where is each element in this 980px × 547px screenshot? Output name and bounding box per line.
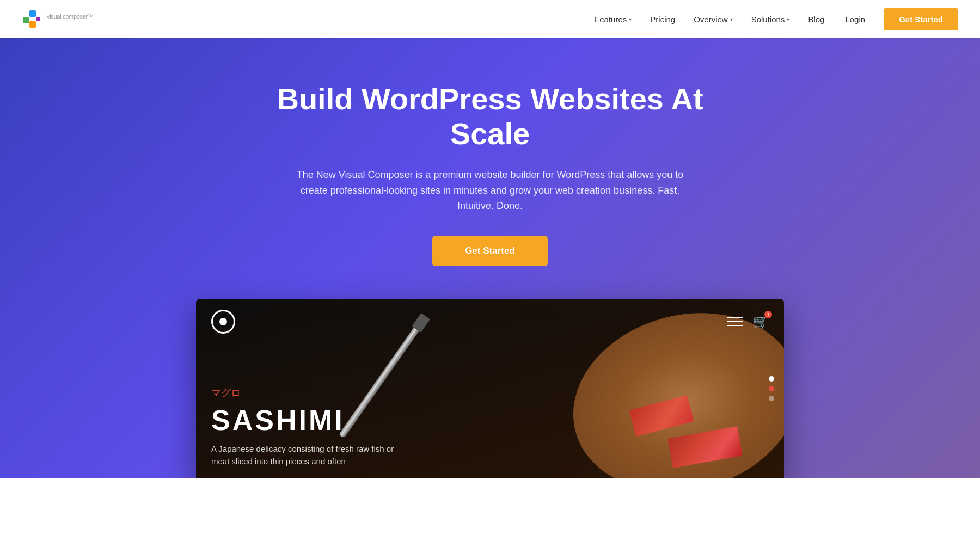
hero-title: Build WordPress Websites At Scale: [245, 82, 735, 152]
hamburger-menu-icon: [727, 317, 743, 326]
header-cta-button[interactable]: Get Started: [884, 8, 958, 30]
header: visual composer™ Features ▾ Pricing Over…: [0, 0, 980, 38]
chevron-down-icon: ▾: [629, 16, 632, 22]
preview-logo-circle: [211, 310, 235, 334]
nav-item-overview[interactable]: Overview ▾: [686, 10, 740, 28]
logo-text: visual composer™: [47, 13, 94, 26]
cart-icon: 🛒 1: [752, 314, 769, 329]
hero-cta-button[interactable]: Get Started: [432, 236, 548, 266]
svg-rect-3: [36, 17, 40, 21]
slider-dot-1[interactable]: [769, 376, 774, 382]
svg-rect-0: [23, 17, 29, 23]
nav-item-pricing[interactable]: Pricing: [642, 10, 683, 28]
sashimi-japanese-text: マグロ: [211, 386, 769, 400]
slider-dot-3[interactable]: [769, 396, 774, 401]
hero-section: Build WordPress Websites At Scale The Ne…: [0, 38, 980, 478]
hero-preview: 🛒 1 マグロ SASHIMI A Japanese delicacy cons…: [196, 299, 784, 478]
sashimi-title: SASHIMI: [211, 404, 769, 437]
main-nav: Features ▾ Pricing Overview ▾ Solutions …: [587, 8, 958, 30]
preview-ui-overlay: 🛒 1 マグロ SASHIMI A Japanese delicacy cons…: [196, 299, 784, 478]
preview-top-right: 🛒 1: [727, 314, 769, 329]
nav-item-features[interactable]: Features ▾: [587, 10, 639, 28]
nav-item-solutions[interactable]: Solutions ▾: [744, 10, 798, 28]
cart-badge: 1: [764, 311, 772, 318]
hamburger-line: [727, 325, 743, 326]
sashimi-description: A Japanese delicacy consisting of fresh …: [211, 443, 396, 468]
svg-rect-2: [29, 21, 36, 28]
hamburger-line: [727, 321, 743, 322]
preview-image: 🛒 1 マグロ SASHIMI A Japanese delicacy cons…: [196, 299, 784, 478]
chevron-down-icon: ▾: [787, 16, 789, 22]
login-link[interactable]: Login: [835, 10, 875, 28]
chevron-down-icon: ▾: [730, 16, 733, 22]
preview-logo-inner: [219, 318, 227, 325]
hero-subtitle: The New Visual Composer is a premium web…: [289, 167, 691, 214]
nav-item-blog[interactable]: Blog: [800, 10, 832, 28]
slider-dot-2[interactable]: [769, 386, 774, 391]
logo-icon: [22, 9, 41, 29]
slider-dots: [769, 376, 774, 401]
svg-rect-1: [29, 10, 36, 17]
logo[interactable]: visual composer™: [22, 9, 94, 29]
preview-bottom-content: マグロ SASHIMI A Japanese delicacy consisti…: [211, 386, 769, 468]
preview-top-bar: 🛒 1: [211, 310, 769, 334]
hamburger-line: [727, 317, 743, 318]
